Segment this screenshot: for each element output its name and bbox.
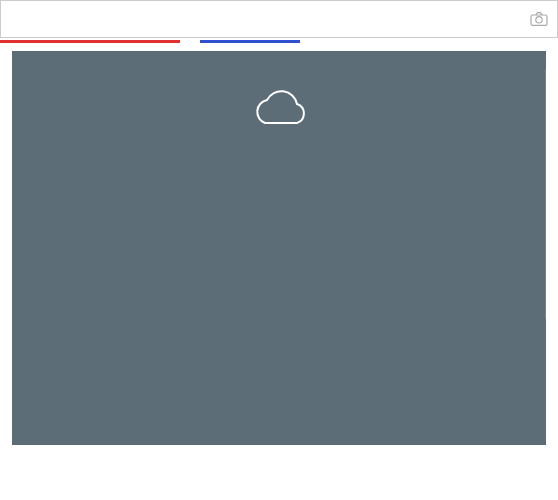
forecast-row bbox=[12, 69, 546, 319]
svg-point-1 bbox=[536, 17, 542, 23]
camera-icon[interactable] bbox=[529, 11, 549, 27]
hourly-chart bbox=[12, 319, 546, 427]
search-bar bbox=[0, 0, 558, 38]
weather-card bbox=[12, 51, 546, 445]
cloud-icon bbox=[245, 75, 313, 145]
chart-tabs bbox=[12, 427, 546, 445]
accent-line bbox=[0, 40, 558, 43]
search-input[interactable] bbox=[9, 10, 529, 28]
today-column bbox=[12, 69, 546, 319]
current-temp bbox=[278, 145, 280, 151]
